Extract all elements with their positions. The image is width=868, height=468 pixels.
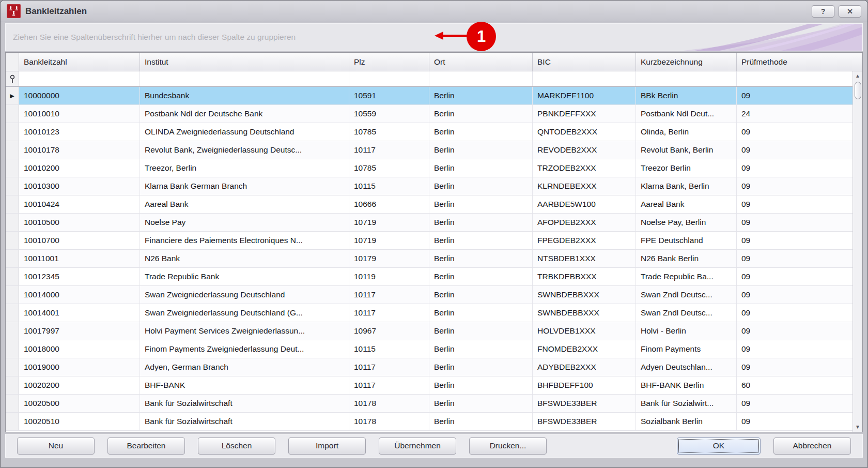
table-row[interactable]: ▶10000000Bundesbank10591BerlinMARKDEF110… (6, 87, 853, 105)
cell-plz[interactable]: 10117 (349, 358, 429, 376)
cell-institut[interactable]: Adyen, German Branch (140, 358, 349, 376)
uebernehmen-button[interactable]: Übernehmen (379, 437, 456, 455)
column-header-plz[interactable]: Plz (349, 53, 429, 71)
cell-blz[interactable]: 10018000 (19, 340, 140, 358)
cell-ort[interactable]: Berlin (429, 286, 533, 304)
column-header-bic[interactable]: BIC (533, 53, 636, 71)
row-indicator-cell[interactable] (6, 105, 19, 123)
table-row[interactable]: 10020200BHF-BANK10117BerlinBHFBDEFF100BH… (6, 376, 853, 395)
cell-blz[interactable]: 10014000 (19, 286, 140, 304)
cell-plz[interactable]: 10967 (349, 322, 429, 340)
cell-blz[interactable]: 10010200 (19, 159, 140, 177)
filter-cell-pruef[interactable] (737, 71, 853, 86)
cell-bic[interactable]: TRBKDEBBXXX (533, 268, 636, 285)
cell-bic[interactable]: SWNBDEBBXXX (533, 304, 636, 322)
cell-institut[interactable]: Treezor, Berlin (140, 159, 349, 177)
cell-blz[interactable]: 10010300 (19, 177, 140, 195)
cell-institut[interactable]: Trade Republic Bank (140, 268, 349, 285)
row-indicator-cell[interactable] (6, 413, 19, 430)
cell-institut[interactable]: Finom Payments Zweigniederlassung Deut..… (140, 340, 349, 358)
filter-cell-kurz[interactable] (636, 71, 737, 86)
cell-institut[interactable]: Bank für Sozialwirtschaft (140, 413, 349, 430)
table-row[interactable]: 10018000Finom Payments Zweigniederlassun… (6, 340, 853, 358)
table-row[interactable]: 10010010Postbank Ndl der Deutsche Bank10… (6, 105, 853, 123)
vertical-scrollbar[interactable]: ▲ ▼ (853, 71, 862, 432)
cell-blz[interactable]: 10010178 (19, 141, 140, 159)
row-indicator-cell[interactable] (6, 340, 19, 358)
table-row[interactable]: 10010200Treezor, Berlin10785BerlinTRZODE… (6, 159, 853, 177)
cell-institut[interactable]: Holvi Payment Services Zweigniederlassun… (140, 322, 349, 340)
cell-blz[interactable]: 10010500 (19, 214, 140, 231)
cell-blz[interactable]: 10000000 (19, 87, 140, 104)
cell-ort[interactable]: Berlin (429, 87, 533, 104)
row-indicator-cell[interactable] (6, 250, 19, 267)
cell-ort[interactable]: Berlin (429, 413, 533, 430)
table-row[interactable]: 10010178Revolut Bank, Zweigniederlassung… (6, 141, 853, 159)
cell-plz[interactable]: 10178 (349, 395, 429, 412)
row-indicator-cell[interactable] (6, 268, 19, 285)
group-by-panel[interactable]: Ziehen Sie eine Spaltenüberschrift hierh… (5, 23, 863, 51)
cell-pruef[interactable]: 09 (737, 358, 853, 376)
cell-ort[interactable]: Berlin (429, 232, 533, 249)
table-row[interactable]: 10019000Adyen, German Branch10117BerlinA… (6, 358, 853, 376)
scroll-down-icon[interactable]: ▼ (855, 422, 860, 432)
cell-ort[interactable]: Berlin (429, 214, 533, 231)
filter-indicator-cell[interactable] (6, 71, 19, 86)
cell-kurz[interactable]: Olinda, Berlin (636, 123, 737, 141)
cell-ort[interactable]: Berlin (429, 123, 533, 141)
cell-plz[interactable]: 10115 (349, 340, 429, 358)
cell-blz[interactable]: 10014001 (19, 304, 140, 322)
cell-ort[interactable]: Berlin (429, 340, 533, 358)
cell-bic[interactable]: BHFBDEFF100 (533, 376, 636, 394)
column-header-blz[interactable]: Bankleitzahl (19, 53, 140, 71)
table-row[interactable]: 10020510Bank für Sozialwirtschaft10178Be… (6, 413, 853, 431)
cell-blz[interactable]: 10012345 (19, 268, 140, 285)
cell-blz[interactable]: 10010700 (19, 232, 140, 249)
cell-ort[interactable]: Berlin (429, 195, 533, 213)
filter-cell-blz[interactable] (19, 71, 140, 86)
cell-institut[interactable]: Bundesbank (140, 87, 349, 104)
cell-blz[interactable]: 10020500 (19, 395, 140, 412)
table-row[interactable]: 10014000Swan Zweigniederlassung Deutschl… (6, 286, 853, 304)
table-row[interactable]: 10012345Trade Republic Bank10119BerlinTR… (6, 268, 853, 286)
cell-plz[interactable]: 10119 (349, 268, 429, 285)
cell-pruef[interactable]: 09 (737, 413, 853, 430)
cell-ort[interactable]: Berlin (429, 159, 533, 177)
cell-ort[interactable]: Berlin (429, 177, 533, 195)
cell-bic[interactable]: SWNBDEBBXXX (533, 286, 636, 304)
column-header-institut[interactable]: Institut (140, 53, 349, 71)
row-indicator-cell[interactable] (6, 232, 19, 249)
cell-plz[interactable]: 10591 (349, 87, 429, 104)
cell-ort[interactable]: Berlin (429, 358, 533, 376)
cell-pruef[interactable]: 09 (737, 141, 853, 159)
row-indicator-cell[interactable] (6, 376, 19, 394)
table-row[interactable]: 10010424Aareal Bank10666BerlinAARBDE5W10… (6, 195, 853, 214)
cell-bic[interactable]: QNTODEB2XXX (533, 123, 636, 141)
cell-plz[interactable]: 10559 (349, 105, 429, 123)
cell-plz[interactable]: 10117 (349, 304, 429, 322)
row-indicator-cell[interactable] (6, 123, 19, 141)
row-indicator-cell[interactable] (6, 304, 19, 322)
cell-bic[interactable]: FNOMDEB2XXX (533, 340, 636, 358)
row-indicator-cell[interactable] (6, 286, 19, 304)
table-row[interactable]: 10011001N26 Bank10179BerlinNTSBDEB1XXXN2… (6, 250, 853, 268)
drucken-button[interactable]: Drucken... (469, 437, 547, 455)
cell-pruef[interactable]: 09 (737, 123, 853, 141)
cell-pruef[interactable]: 09 (737, 395, 853, 412)
cell-kurz[interactable]: Revolut Bank, Berlin (636, 141, 737, 159)
cell-bic[interactable]: REVODEB2XXX (533, 141, 636, 159)
cell-pruef[interactable]: 09 (737, 159, 853, 177)
bearbeiten-button[interactable]: Bearbeiten (107, 437, 185, 455)
cell-institut[interactable]: Bank für Sozialwirtschaft (140, 395, 349, 412)
cell-kurz[interactable]: FPE Deutschland (636, 232, 737, 249)
table-row[interactable]: 10014001Swan Zweigniederlassung Deutschl… (6, 304, 853, 322)
cell-pruef[interactable]: 09 (737, 232, 853, 249)
scroll-up-icon[interactable]: ▲ (855, 71, 860, 81)
abbrechen-button[interactable]: Abbrechen (773, 437, 851, 455)
table-row[interactable]: 10010123OLINDA Zweigniederlassung Deutsc… (6, 123, 853, 141)
cell-institut[interactable]: Financiere des Paiements Electroniques N… (140, 232, 349, 249)
cell-kurz[interactable]: BHF-BANK Berlin (636, 376, 737, 394)
cell-pruef[interactable]: 09 (737, 268, 853, 285)
cell-bic[interactable]: AFOPDEB2XXX (533, 214, 636, 231)
filter-cell-bic[interactable] (533, 71, 636, 86)
